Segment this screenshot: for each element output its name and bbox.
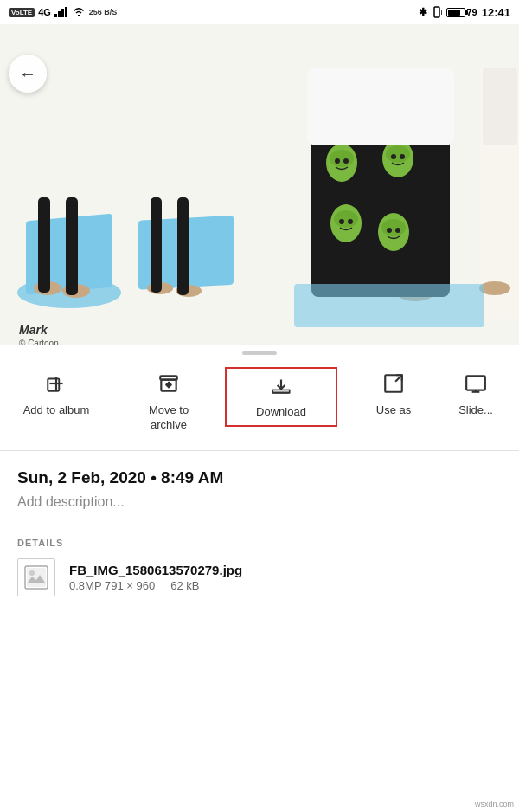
file-size: 62 kB: [170, 579, 199, 592]
action-slideshow[interactable]: Slide...: [450, 367, 502, 423]
bluetooth-icon: ✱: [419, 6, 427, 18]
svg-point-23: [330, 150, 354, 167]
action-use-as[interactable]: Use as: [337, 367, 450, 423]
status-bar: VoLTE 4G 256 B/S ✱ 79 12:41: [0, 0, 519, 24]
download-icon: [270, 374, 292, 400]
file-meta: 0.8MP 791 × 960 62 kB: [69, 579, 242, 592]
svg-point-29: [400, 154, 405, 159]
svg-rect-40: [483, 68, 517, 145]
add-to-album-icon: [45, 372, 67, 398]
drag-handle[interactable]: [0, 345, 519, 358]
details-section: DETAILS FB_IMG_1580613570279.jpg 0.8MP 7…: [0, 531, 519, 603]
svg-rect-38: [307, 68, 454, 145]
svg-point-31: [334, 210, 358, 228]
svg-point-28: [391, 154, 396, 159]
slideshow-label: Slide...: [458, 403, 493, 418]
svg-line-55: [395, 375, 402, 382]
status-left: VoLTE 4G 256 B/S: [9, 7, 117, 17]
svg-point-33: [348, 219, 353, 224]
file-name: FB_IMG_1580613570279.jpg: [69, 563, 242, 577]
add-to-album-label: Add to album: [23, 403, 90, 418]
wifi-icon: [72, 7, 86, 17]
file-thumbnail-icon: [17, 558, 55, 596]
clock: 12:41: [482, 6, 510, 19]
volte-badge: VoLTE: [9, 8, 35, 17]
photo-date: Sun, 2 Feb, 2020 • 8:49 AM: [17, 468, 502, 487]
svg-rect-4: [434, 7, 439, 17]
signal-4g: 4G: [38, 7, 51, 17]
vibrate-icon: [432, 6, 442, 18]
file-info: FB_IMG_1580613570279.jpg 0.8MP 791 × 960…: [69, 563, 242, 592]
svg-rect-56: [466, 376, 485, 390]
action-download[interactable]: Download: [225, 367, 337, 427]
svg-rect-2: [61, 9, 64, 17]
svg-rect-47: [48, 379, 59, 391]
svg-rect-42: [294, 284, 484, 327]
file-resolution: 0.8MP 791 × 960: [69, 579, 155, 592]
use-as-label: Use as: [376, 403, 411, 418]
svg-text:Mark: Mark: [19, 323, 48, 337]
svg-rect-18: [177, 197, 189, 295]
details-heading: DETAILS: [17, 538, 502, 548]
svg-rect-60: [27, 568, 46, 587]
move-to-archive-label: Move toarchive: [149, 403, 189, 433]
archive-icon: [157, 372, 180, 398]
svg-rect-3: [65, 7, 67, 17]
action-move-to-archive[interactable]: Move toarchive: [112, 367, 225, 438]
svg-rect-1: [58, 11, 61, 17]
svg-point-37: [395, 228, 400, 233]
svg-point-36: [387, 228, 392, 233]
action-bar: Add to album Move toarchive Download: [0, 358, 519, 447]
comic-image: Mark ©️ Cartoon...: [0, 24, 519, 345]
battery-indicator: 79: [446, 7, 477, 17]
photo-info: Sun, 2 Feb, 2020 • 8:49 AM Add descripti…: [0, 454, 519, 531]
action-add-to-album[interactable]: Add to album: [0, 367, 112, 423]
status-right: ✱ 79 12:41: [419, 6, 511, 19]
svg-rect-0: [54, 14, 57, 17]
svg-rect-13: [66, 197, 78, 295]
signal-bars-icon: [54, 7, 68, 17]
svg-point-61: [29, 570, 35, 576]
description-placeholder[interactable]: Add description...: [17, 494, 502, 510]
svg-text:©️ Cartoon...: ©️ Cartoon...: [19, 338, 66, 345]
photo-viewer: Mark ©️ Cartoon... ←: [0, 24, 519, 345]
svg-point-24: [335, 158, 340, 164]
battery-level: 79: [467, 7, 477, 17]
drag-handle-bar: [242, 351, 277, 355]
svg-rect-12: [38, 197, 50, 293]
svg-point-35: [381, 219, 406, 236]
data-speed: 256 B/S: [89, 8, 118, 16]
file-row: FB_IMG_1580613570279.jpg 0.8MP 791 × 960…: [17, 558, 502, 596]
use-as-icon: [382, 372, 405, 398]
watermark: wsxdn.com: [475, 800, 514, 809]
back-button[interactable]: ←: [9, 55, 47, 93]
section-divider: [0, 450, 519, 451]
back-arrow-icon: ←: [19, 64, 36, 84]
svg-rect-17: [151, 197, 162, 293]
slideshow-icon: [465, 372, 487, 398]
download-label: Download: [256, 405, 306, 420]
svg-point-32: [339, 219, 344, 224]
svg-point-25: [343, 158, 349, 164]
svg-point-27: [386, 145, 410, 163]
